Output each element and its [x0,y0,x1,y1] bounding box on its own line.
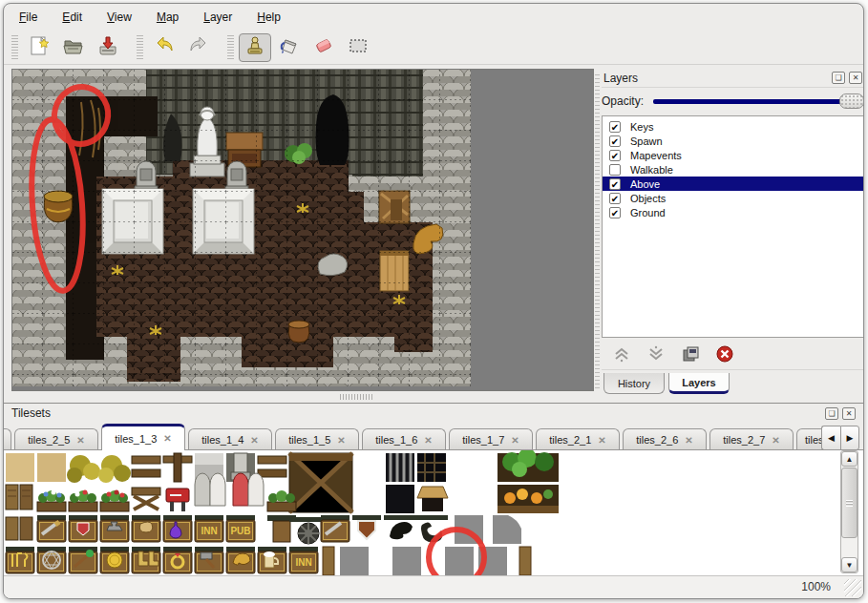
toolbar-grip[interactable] [11,35,18,60]
layer-checkbox[interactable]: ✔ [609,121,621,133]
open-map-button[interactable] [57,33,90,62]
eraser-tool-button[interactable] [307,33,340,62]
layer-row-mapevents[interactable]: ✔Mapevents [603,148,863,162]
opacity-slider-handle[interactable] [839,94,864,109]
layer-row-above[interactable]: ✔Above [603,177,863,191]
layers-panel-title: Layers [603,72,638,85]
menu-edit[interactable]: Edit [56,9,88,28]
new-map-button[interactable] [23,33,55,62]
delete-layer-button[interactable] [714,345,735,366]
menu-help[interactable]: Help [251,9,286,28]
tab-close-icon[interactable]: ✕ [598,435,605,446]
tab-label: tiles_1_4 [201,434,243,446]
tileset-tab[interactable]: tiles_1_4✕ [188,428,272,450]
tab-close-icon[interactable]: ✕ [685,435,692,446]
layer-checkbox[interactable]: ✔ [609,150,621,161]
map-render [12,70,471,386]
tileset-tab[interactable]: tiles_1_7✕ [449,428,533,450]
redo-arrow-icon [187,34,210,61]
fill-tool-button[interactable] [273,33,306,62]
tileset-tab-active[interactable]: tiles_1_3✕ [101,424,185,450]
dock-tabs: History Layers [602,373,864,394]
tileset-tab[interactable]: tiles_2_1✕ [536,428,620,450]
layers-panel-grip[interactable] [595,74,600,389]
select-tool-button[interactable] [342,33,374,62]
layer-label: Spawn [630,135,663,147]
layer-row-walkable[interactable]: Walkable [603,162,863,177]
scroll-up-button[interactable]: ▲ [841,451,857,467]
scroll-down-button[interactable]: ▼ [841,557,857,572]
tileset-render: INN PUB INN [4,450,835,575]
stamp-tool-button[interactable] [239,33,271,62]
menu-map[interactable]: Map [151,9,184,28]
tileset-tabbar: tiles_2_5✕ tiles_1_3✕ tiles_1_4✕ tiles_1… [4,424,821,450]
tileset-canvas[interactable]: INN PUB INN [4,449,863,575]
duplicate-layer-button[interactable] [680,345,701,366]
tab-label: tiles_2_6 [636,434,678,446]
lower-layer-button[interactable] [646,345,667,366]
layer-label: Ground [630,207,666,218]
save-map-button[interactable] [92,33,124,62]
opacity-label: Opacity: [602,94,644,108]
map-canvas[interactable] [11,69,594,391]
tab-close-icon[interactable]: ✕ [250,435,258,446]
tab-close-icon[interactable]: ✕ [511,435,519,446]
tileset-tab[interactable]: tiles_1_5✕ [275,428,359,450]
redo-button[interactable] [182,33,215,62]
save-icon [96,34,119,61]
tab-label: tiles_ [805,434,821,446]
tileset-tab[interactable]: tiles_2_7✕ [709,428,794,450]
inn-sign-text: INN [201,526,217,536]
tab-close-icon[interactable]: ✕ [163,433,171,444]
resize-grip[interactable] [844,579,861,596]
close-panel-icon[interactable]: ✕ [842,407,856,420]
scroll-tabs-right-button[interactable]: ▶ [840,426,859,450]
stamp-tool-icon [243,34,266,61]
tilesets-titlebar: Tilesets ❏ ✕ [4,404,863,423]
opacity-row: Opacity: [602,91,864,112]
eraser-icon [312,34,335,61]
layer-list: ✔Keys ✔Spawn ✔Mapevents Walkable ✔Above … [602,115,864,338]
open-folder-icon [62,34,85,61]
tileset-tab[interactable]: tiles_1_6✕ [362,428,446,450]
menu-view[interactable]: View [101,9,138,28]
tab-history[interactable]: History [603,373,665,394]
toolbar-grip[interactable] [227,35,234,60]
opacity-slider[interactable] [653,99,862,104]
menubar: File Edit View Map Layer Help [13,9,286,28]
tab-layers[interactable]: Layers [668,373,730,394]
layer-checkbox[interactable]: ✔ [609,207,621,218]
layer-checkbox[interactable]: ✔ [609,193,621,204]
tileset-tab-partial[interactable] [4,428,11,450]
scrollbar-thumb[interactable] [841,468,857,538]
layers-panel-titlebar: Layers ❏ ✕ [602,69,864,88]
raise-layer-button[interactable] [611,345,632,366]
close-panel-icon[interactable]: ✕ [849,72,862,84]
menu-file[interactable]: File [13,9,43,28]
layer-checkbox[interactable]: ✔ [609,178,621,190]
layer-row-ground[interactable]: ✔Ground [603,205,863,219]
tileset-tab[interactable]: tiles_2_5✕ [14,428,98,450]
float-panel-icon[interactable]: ❏ [825,407,838,420]
layer-checkbox[interactable] [609,164,621,176]
tab-close-icon[interactable]: ✕ [76,435,84,446]
menu-layer[interactable]: Layer [198,9,238,28]
toolbar-grip[interactable] [137,35,143,60]
tilesets-panel: Tilesets ❏ ✕ tiles_2_5✕ tiles_1_3✕ tiles… [4,403,863,575]
tileset-scrollbar[interactable]: ▲ ▼ [840,450,858,573]
delete-layer-icon [715,344,734,367]
layer-row-objects[interactable]: ✔Objects [603,191,863,205]
tileset-tab[interactable]: tiles_ [796,428,821,450]
layer-row-keys[interactable]: ✔Keys [603,119,863,134]
layer-checkbox[interactable]: ✔ [609,135,621,147]
splitter-grip[interactable] [340,394,372,400]
tab-close-icon[interactable]: ✕ [424,435,432,446]
layer-row-spawn[interactable]: ✔Spawn [603,134,863,148]
app-window: File Edit View Map Layer Help [3,3,864,599]
float-panel-icon[interactable]: ❏ [832,72,845,84]
tab-close-icon[interactable]: ✕ [772,435,779,446]
tileset-tab[interactable]: tiles_2_6✕ [623,428,707,450]
undo-button[interactable] [148,33,180,62]
scroll-tabs-left-button[interactable]: ◀ [821,426,840,450]
tab-close-icon[interactable]: ✕ [337,435,345,446]
